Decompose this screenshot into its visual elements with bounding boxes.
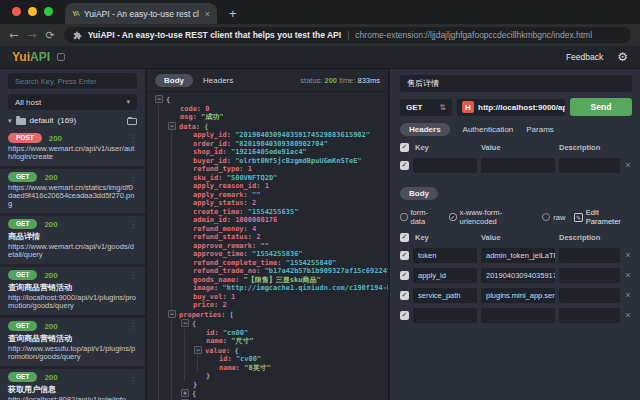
value-cell[interactable]: admin_token_jeiLaTR3 (481, 248, 555, 263)
item-menu-icon[interactable]: ⋮ (129, 134, 137, 143)
description-cell[interactable] (559, 308, 620, 323)
value-cell[interactable]: plugins.mini_app.servi (481, 288, 555, 303)
collapse-toggle-icon[interactable]: − (168, 122, 176, 130)
history-item[interactable]: GET200⋮查询商品营销活动http://www.wesufu.top/api… (0, 318, 145, 366)
gear-icon[interactable]: ⚙ (617, 50, 628, 64)
folder-row[interactable]: ▾ default (169) (8, 115, 137, 126)
item-menu-icon[interactable]: ⋮ (129, 373, 137, 382)
json-str: "1554255635" (248, 208, 299, 216)
method-select[interactable]: GET ⇅ (400, 99, 452, 116)
indent-guide (158, 381, 159, 390)
json-key: apply_id (193, 131, 227, 139)
value-cell[interactable]: 201904030940359174529883615902 (481, 268, 555, 283)
expand-folder-icon[interactable] (127, 118, 137, 125)
collapse-toggle-icon[interactable]: − (155, 95, 163, 103)
row-checkbox[interactable]: ✓ (400, 291, 409, 300)
description-cell[interactable] (559, 268, 620, 283)
item-badge-row: GET200⋮ (8, 372, 137, 382)
history-item[interactable]: POST200⋮https://www.wemart.cn/api/v1/use… (0, 130, 145, 166)
remove-row-icon[interactable]: × (624, 251, 632, 260)
minimize-window-button[interactable] (28, 7, 37, 16)
key-cell[interactable]: token (413, 248, 477, 263)
select-all-checkbox[interactable]: ✓ (400, 143, 409, 152)
key-cell[interactable]: apply_id (413, 268, 477, 283)
item-menu-icon[interactable]: ⋮ (129, 220, 137, 229)
tab-headers[interactable]: Headers (203, 76, 233, 85)
row-checkbox[interactable]: ✓ (400, 271, 409, 280)
indent-guide (171, 355, 172, 364)
address-url: chrome-extension://ljjdajljghfgafoopccde… (355, 30, 592, 40)
row-checkbox[interactable]: ✓ (400, 161, 409, 170)
search-input[interactable] (8, 73, 137, 89)
remove-row-icon[interactable]: × (624, 311, 632, 320)
host-filter-select[interactable]: All host ▾ (8, 94, 137, 110)
history-item[interactable]: GET200⋮获取用户信息http://localhost:8082/api/v… (0, 369, 145, 400)
indent-guide (184, 355, 185, 364)
remove-row-icon[interactable]: × (624, 271, 632, 280)
mode-x-www-form-urlencoded[interactable]: ✓x-www-form-urlencoded (449, 208, 533, 226)
json-key: refund_status (193, 233, 248, 241)
item-menu-icon[interactable]: ⋮ (129, 173, 137, 182)
history-item[interactable]: GET200⋮查询商品营销活动http://localhost:9000/api… (0, 267, 145, 315)
collapse-toggle-icon[interactable]: − (194, 346, 202, 354)
key-cell[interactable]: service_path (413, 288, 477, 303)
json-pun: : (227, 216, 235, 224)
history-item[interactable]: GET200⋮https://www.wemart.cn/statics/img… (0, 169, 145, 213)
request-url-input[interactable]: H http://localhost:9000/api/v1/plugins/p… (457, 99, 565, 116)
collapse-toggle-icon[interactable]: − (181, 319, 189, 327)
close-window-button[interactable] (12, 7, 21, 16)
item-menu-icon[interactable]: ⋮ (129, 271, 137, 280)
feedback-link[interactable]: Feedback (566, 52, 603, 62)
remove-row-icon[interactable]: × (624, 291, 632, 300)
row-checkbox[interactable]: ✓ (400, 311, 409, 320)
indent-guide (171, 165, 172, 174)
back-icon[interactable]: ← (9, 30, 18, 41)
item-menu-icon[interactable]: ⋮ (129, 322, 137, 331)
radio-icon (542, 213, 550, 221)
remove-row-icon[interactable]: × (624, 161, 632, 170)
tab-close-icon[interactable]: × (205, 9, 210, 19)
value-cell[interactable] (481, 158, 555, 173)
zoom-window-button[interactable] (44, 7, 53, 16)
forward-icon[interactable]: → (27, 30, 36, 41)
app-logo: YuiAPI (12, 50, 50, 64)
indent-guide (158, 301, 159, 310)
history-list: POST200⋮https://www.wemart.cn/api/v1/use… (0, 130, 145, 400)
key-cell[interactable] (413, 308, 477, 323)
key-cell[interactable] (413, 158, 477, 173)
json-line: buy_vol: 1 (147, 293, 388, 302)
indent-guide (171, 182, 172, 191)
mode-raw[interactable]: raw (542, 213, 565, 222)
body-section-label[interactable]: Body (400, 187, 438, 200)
send-button[interactable]: Send (570, 98, 632, 116)
collapse-toggle-icon[interactable]: − (168, 310, 176, 318)
description-cell[interactable] (559, 158, 620, 173)
description-cell[interactable] (559, 248, 620, 263)
request-title-input[interactable] (400, 75, 632, 92)
value-cell[interactable] (481, 308, 555, 323)
tab-body[interactable]: Body (155, 74, 193, 87)
mode-form-data[interactable]: form-data (400, 208, 440, 226)
json-key: code (180, 105, 197, 113)
json-line: create_time: "1554255635" (147, 208, 388, 217)
select-all-checkbox[interactable]: ✓ (400, 233, 409, 242)
json-pun: } (206, 372, 210, 380)
history-item[interactable]: GET200⋮商品详情https://www.wemart.cn/api/v1/… (0, 216, 145, 264)
tab-request-headers[interactable]: Headers (400, 123, 450, 136)
status-code: 200 (44, 173, 57, 182)
chevron-down-icon: ▾ (126, 98, 130, 106)
address-bar[interactable]: YuiAPI - An easy-to-use REST client that… (64, 27, 631, 43)
edit-parameter-button[interactable]: ✎Edit Parameter (574, 208, 632, 226)
browser-tab[interactable]: YA YuiAPI - An easy-to-use rest cl × (65, 3, 217, 24)
caret-down-icon[interactable]: ▾ (8, 117, 12, 125)
tab-authentication[interactable]: Authentication (463, 125, 514, 134)
json-zh: "尺寸" (231, 337, 253, 345)
json-key: price (193, 301, 214, 309)
description-cell[interactable] (559, 288, 620, 303)
indent-guide (171, 319, 172, 329)
reload-icon[interactable]: ⟳ (45, 30, 54, 41)
new-tab-button[interactable]: + (229, 6, 237, 21)
tab-params[interactable]: Params (526, 125, 554, 134)
expand-toggle-icon[interactable]: + (181, 389, 189, 397)
row-checkbox[interactable]: ✓ (400, 251, 409, 260)
